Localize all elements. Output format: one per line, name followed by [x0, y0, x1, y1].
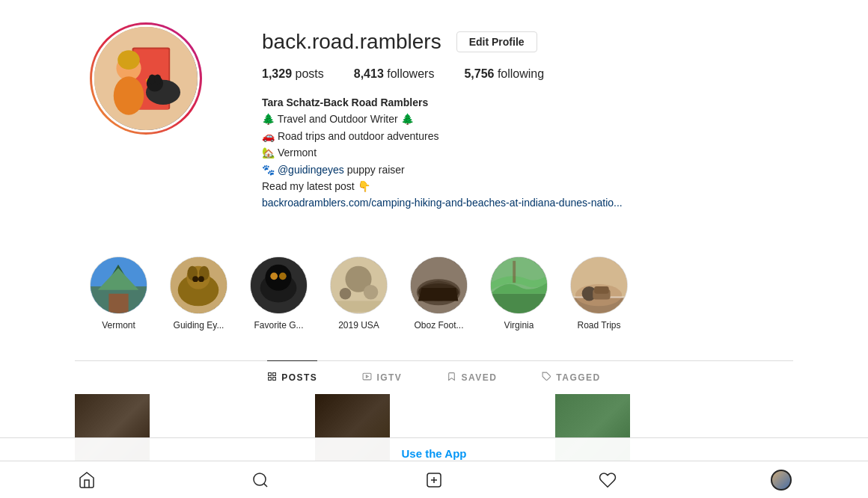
- bio-guidingeyes-link[interactable]: @guidingeyes: [278, 164, 344, 176]
- following-stat[interactable]: 5,756 following: [464, 67, 544, 81]
- svg-point-6: [114, 76, 144, 115]
- highlight-guiding[interactable]: Guiding Ey...: [170, 256, 227, 331]
- bio-line3: 🏡 Vermont: [262, 144, 778, 161]
- profile-header: back.road.ramblers Edit Profile 1,329 po…: [90, 22, 778, 212]
- tab-igtv[interactable]: IGTV: [362, 360, 402, 394]
- heart-icon: [599, 471, 617, 489]
- home-icon: [78, 471, 96, 489]
- svg-point-24: [279, 272, 287, 280]
- stats-row: 1,329 posts 8,413 followers 5,756 follow…: [262, 67, 778, 81]
- followers-count: 8,413: [354, 67, 384, 80]
- tab-icon-saved: [447, 372, 456, 384]
- svg-point-23: [270, 272, 278, 280]
- highlight-label-vermont: Vermont: [102, 320, 135, 331]
- nav-search-button[interactable]: [242, 461, 279, 499]
- tab-icon-tagged: [542, 372, 551, 384]
- tab-label-saved: SAVED: [461, 372, 497, 383]
- highlight-label-virginia: Virginia: [504, 320, 534, 331]
- svg-marker-47: [367, 375, 369, 378]
- tab-icon-igtv: [362, 372, 372, 384]
- bio-line1: 🌲 Travel and Outdoor Writer 🌲: [262, 111, 778, 127]
- highlight-circle-vermont: [90, 256, 147, 314]
- svg-rect-43: [273, 372, 276, 375]
- svg-point-10: [154, 74, 161, 84]
- username-row: back.road.ramblers Edit Profile: [262, 30, 778, 54]
- bio-line4-prefix: 🐾: [262, 164, 278, 176]
- svg-point-49: [254, 473, 266, 485]
- highlight-oboz[interactable]: Oboz Foot...: [410, 256, 468, 331]
- svg-point-18: [192, 276, 198, 282]
- highlight-label-oboz: Oboz Foot...: [414, 320, 463, 331]
- bio-line2: 🚗 Road trips and outdoor adventures: [262, 128, 778, 144]
- highlight-label-roadtrips: Road Trips: [577, 320, 620, 331]
- svg-rect-34: [491, 293, 547, 313]
- nav-avatar: [771, 470, 792, 491]
- bio-line5: Read my latest post 👇: [262, 178, 778, 194]
- following-label: following: [498, 67, 544, 80]
- edit-profile-button[interactable]: Edit Profile: [456, 31, 537, 52]
- followers-label: followers: [387, 67, 434, 80]
- profile-container: back.road.ramblers Edit Profile 1,329 po…: [75, 0, 793, 249]
- highlight-vermont[interactable]: Vermont: [90, 256, 147, 331]
- highlight-label-2019usa: 2019 USA: [338, 320, 379, 331]
- svg-point-5: [117, 50, 139, 70]
- highlight-circle-roadtrips: [570, 256, 628, 314]
- posts-count: 1,329: [262, 67, 292, 80]
- nav-home-button[interactable]: [68, 461, 106, 499]
- bio-website-link[interactable]: backroadramblers.com/camping-hiking-and-…: [262, 197, 623, 209]
- highlight-roadtrips[interactable]: Road Trips: [570, 256, 628, 331]
- add-icon: [425, 471, 443, 489]
- tab-posts[interactable]: POSTS: [267, 360, 317, 394]
- tab-tagged[interactable]: TAGGED: [542, 360, 600, 394]
- nav-add-button[interactable]: [415, 461, 453, 499]
- svg-rect-42: [269, 372, 272, 375]
- tab-saved[interactable]: SAVED: [447, 360, 497, 394]
- highlight-circle-virginia: [490, 256, 548, 314]
- highlights-section: VermontGuiding Ey...Favorite G...2019 US…: [75, 249, 793, 360]
- tab-label-tagged: TAGGED: [556, 372, 600, 383]
- search-icon: [251, 471, 269, 489]
- highlights-row: VermontGuiding Ey...Favorite G...2019 US…: [90, 249, 778, 345]
- svg-rect-29: [334, 301, 383, 312]
- svg-point-22: [265, 264, 291, 290]
- avatar-ring[interactable]: [90, 22, 202, 135]
- highlight-circle-favg: [250, 256, 308, 314]
- profile-info: back.road.ramblers Edit Profile 1,329 po…: [262, 22, 778, 212]
- nav-heart-button[interactable]: [589, 461, 626, 499]
- svg-rect-41: [594, 286, 608, 294]
- bottom-nav: [0, 461, 868, 498]
- svg-point-27: [340, 288, 352, 300]
- svg-point-28: [364, 285, 378, 299]
- svg-rect-45: [273, 377, 276, 380]
- posts-section: Use the App: [0, 394, 868, 469]
- avatar-image: [94, 27, 198, 130]
- svg-line-50: [264, 483, 267, 486]
- svg-rect-46: [363, 373, 371, 380]
- bio-section: Tara Schatz-Back Road Ramblers 🌲 Travel …: [262, 94, 778, 212]
- svg-rect-35: [513, 261, 516, 283]
- tabs-row: POSTSIGTVSAVEDTAGGED: [75, 361, 793, 394]
- highlight-circle-2019usa: [330, 256, 388, 314]
- highlight-circle-guiding: [170, 256, 227, 314]
- nav-profile-button[interactable]: [762, 461, 800, 499]
- avatar: [92, 25, 200, 132]
- tab-label-igtv: IGTV: [376, 372, 402, 383]
- posts-label: posts: [296, 67, 324, 80]
- bio-line4: 🐾 @guidingeyes puppy raiser: [262, 162, 778, 178]
- tab-label-posts: POSTS: [281, 372, 317, 383]
- highlight-circle-oboz: [410, 256, 468, 314]
- tab-icon-posts: [267, 372, 277, 384]
- posts-stat: 1,329 posts: [262, 67, 324, 81]
- username: back.road.ramblers: [262, 30, 441, 54]
- highlight-label-guiding: Guiding Ey...: [174, 320, 224, 331]
- svg-rect-44: [269, 377, 272, 380]
- following-count: 5,756: [464, 67, 494, 80]
- highlight-virginia[interactable]: Virginia: [490, 256, 548, 331]
- highlight-label-favg: Favorite G...: [254, 320, 303, 331]
- highlight-2019usa[interactable]: 2019 USA: [330, 256, 388, 331]
- svg-point-19: [198, 276, 204, 282]
- bio-line4-suffix: puppy raiser: [344, 164, 405, 176]
- followers-stat[interactable]: 8,413 followers: [354, 67, 435, 81]
- bio-full-name: Tara Schatz-Back Road Ramblers: [262, 96, 428, 108]
- highlight-favg[interactable]: Favorite G...: [250, 256, 308, 331]
